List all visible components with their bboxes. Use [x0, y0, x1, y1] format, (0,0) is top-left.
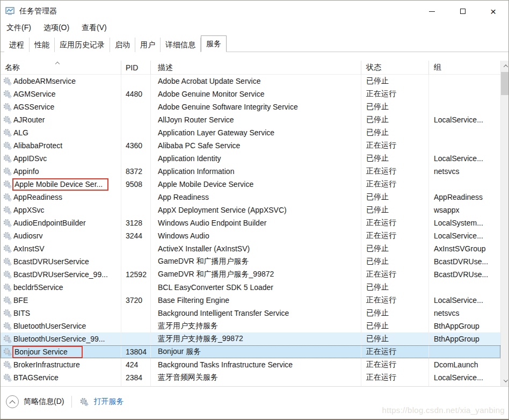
- minimize-icon: [429, 11, 435, 12]
- table-row[interactable]: Audiosrv 3244 Windows Audio 正在运行 LocalSe…: [1, 229, 500, 242]
- table-row[interactable]: ALG Application Layer Gateway Service 已停…: [1, 126, 500, 139]
- service-gear-icon: [3, 244, 12, 254]
- table-row[interactable]: BITS Background Intelligent Transfer Ser…: [1, 307, 500, 320]
- tab-app-history[interactable]: 应用历史记录: [55, 38, 110, 52]
- footer-divider: [71, 396, 72, 408]
- menu-file[interactable]: 文件(F): [5, 22, 32, 34]
- tab-performance[interactable]: 性能: [30, 38, 55, 52]
- column-header-status[interactable]: 状态: [361, 61, 429, 75]
- cell-name: AppReadiness: [1, 191, 121, 204]
- cell-pid: [121, 307, 151, 320]
- chevron-down-icon: [503, 378, 507, 382]
- cell-name: AGMService: [1, 88, 121, 100]
- cell-group: LocalSystem...: [429, 216, 500, 229]
- column-header-description[interactable]: 描述: [151, 61, 361, 75]
- tab-startup[interactable]: 启动: [110, 38, 135, 52]
- cell-status: 已停止: [361, 100, 429, 113]
- window-controls: ×: [417, 1, 508, 22]
- cell-pid: [121, 204, 151, 216]
- cell-status: 已停止: [361, 255, 429, 268]
- cell-name: AppXSvc: [1, 204, 121, 216]
- service-name: AxInstSV: [13, 244, 45, 253]
- table-row[interactable]: BluetoothUserService 蓝牙用户支持服务 已停止 BthApp…: [1, 320, 500, 332]
- column-header-pid[interactable]: PID: [121, 61, 151, 75]
- cell-pid: 424: [121, 358, 151, 371]
- tab-users[interactable]: 用户: [135, 38, 161, 52]
- cell-name: BluetoothUserService_99...: [1, 332, 121, 345]
- service-name: BFE: [13, 296, 28, 305]
- cell-group: AxInstSVGroup: [429, 242, 500, 255]
- cell-name: BTAGService: [1, 371, 121, 384]
- close-button[interactable]: ×: [478, 1, 508, 22]
- service-name: AJRouter: [13, 115, 45, 124]
- cell-group: LocalService...: [429, 371, 500, 384]
- cell-description: Windows Audio: [151, 229, 361, 242]
- table-row[interactable]: AdobeARMservice Adobe Acrobat Update Ser…: [1, 75, 500, 88]
- fewer-details-button[interactable]: [6, 395, 19, 408]
- cell-pid: 8372: [121, 165, 151, 178]
- cell-name: AxInstSV: [1, 242, 121, 255]
- table-row[interactable]: AlibabaProtect 4360 Alibaba PC Safe Serv…: [1, 139, 500, 152]
- service-gear-icon: [3, 231, 12, 241]
- menu-options[interactable]: 选项(O): [42, 22, 70, 34]
- red-annotation-box: Apple Mobile Device Ser...: [12, 178, 108, 191]
- table-row[interactable]: BrokerInfrastructure 424 Background Task…: [1, 358, 500, 371]
- table-row[interactable]: Appinfo 8372 Application Information 正在运…: [1, 165, 500, 178]
- cell-status: 已停止: [361, 75, 429, 88]
- table-row[interactable]: AppXSvc AppX Deployment Service (AppXSVC…: [1, 204, 500, 216]
- scrollbar-thumb[interactable]: [501, 72, 509, 95]
- cell-group: LocalService...: [429, 152, 500, 165]
- service-name: Audiosrv: [13, 231, 42, 240]
- cell-status: 已停止: [361, 126, 429, 139]
- cell-pid: [121, 281, 151, 294]
- table-row[interactable]: BTAGService 2384 蓝牙音频网关服务 正在运行 LocalServ…: [1, 371, 500, 384]
- cell-status: 正在运行: [361, 229, 429, 242]
- table-row[interactable]: AudioEndpointBuilder 3128 Windows Audio …: [1, 216, 500, 229]
- cell-name: BluetoothUserService: [1, 320, 121, 332]
- table-row[interactable]: becldr5Service BCL EasyConverter SDK 5 L…: [1, 281, 500, 294]
- menu-view[interactable]: 查看(V): [81, 22, 108, 34]
- cell-pid: 4360: [121, 139, 151, 152]
- table-row[interactable]: AppIDSvc Application Identity 已停止 LocalS…: [1, 152, 500, 165]
- service-name: Appinfo: [13, 167, 39, 176]
- table-row[interactable]: Apple Mobile Device Ser... 9508 Apple Mo…: [1, 178, 500, 191]
- service-gear-icon: [3, 103, 12, 112]
- table-row[interactable]: BluetoothUserService_99... 蓝牙用户支持服务_9987…: [1, 332, 500, 345]
- task-manager-window: 任务管理器 × 文件(F) 选项(O) 查看(V) 进程 性能 应用历史记录 启…: [0, 0, 509, 420]
- table-row[interactable]: Bonjour Service 13804 Bonjour 服务 正在运行: [1, 345, 500, 358]
- scrollbar-down-button[interactable]: [501, 375, 509, 386]
- cell-pid: 3128: [121, 216, 151, 229]
- cell-name: Bonjour Service: [1, 345, 121, 358]
- service-gear-icon: [3, 206, 12, 215]
- table-row[interactable]: AxInstSV ActiveX Installer (AxInstSV) 已停…: [1, 242, 500, 255]
- column-header-group[interactable]: 组: [429, 61, 500, 75]
- tab-services[interactable]: 服务: [201, 35, 227, 52]
- tab-details[interactable]: 详细信息: [161, 38, 201, 52]
- table-row[interactable]: AppReadiness App Readiness 已停止 AppReadin…: [1, 191, 500, 204]
- cell-description: 蓝牙用户支持服务_99872: [151, 332, 361, 345]
- table-row[interactable]: AGMService 4480 Adobe Genuine Monitor Se…: [1, 88, 500, 100]
- service-name: AppIDSvc: [13, 154, 47, 163]
- cell-description: Alibaba PC Safe Service: [151, 139, 361, 152]
- maximize-button[interactable]: [447, 1, 478, 22]
- cell-name: AdobeARMservice: [1, 75, 121, 88]
- open-services-link[interactable]: 打开服务: [93, 397, 123, 407]
- cell-pid: 3244: [121, 229, 151, 242]
- cell-description: Application Layer Gateway Service: [151, 126, 361, 139]
- table-row[interactable]: BcastDVRUserService_99... 12592 GameDVR …: [1, 268, 500, 281]
- table-row[interactable]: BFE 3720 Base Filtering Engine 正在运行 Loca…: [1, 294, 500, 307]
- table-row[interactable]: AGSService Adobe Genuine Software Integr…: [1, 100, 500, 113]
- vertical-scrollbar[interactable]: [500, 61, 509, 386]
- table-row[interactable]: AJRouter AllJoyn Router Service 已停止 Loca…: [1, 113, 500, 126]
- service-rows: AdobeARMservice Adobe Acrobat Update Ser…: [1, 75, 500, 386]
- table-row[interactable]: BcastDVRUserService GameDVR 和广播用户服务 已停止 …: [1, 255, 500, 268]
- tab-processes[interactable]: 进程: [4, 38, 30, 52]
- cell-status: 已停止: [361, 281, 429, 294]
- column-header-name[interactable]: 名称: [1, 61, 121, 75]
- fewer-details-label[interactable]: 简略信息(D): [24, 397, 64, 407]
- cell-name: Audiosrv: [1, 229, 121, 242]
- minimize-button[interactable]: [417, 1, 447, 22]
- scrollbar-up-button[interactable]: [501, 61, 509, 71]
- cell-description: Windows Audio Endpoint Builder: [151, 216, 361, 229]
- service-name: AGSService: [13, 103, 54, 111]
